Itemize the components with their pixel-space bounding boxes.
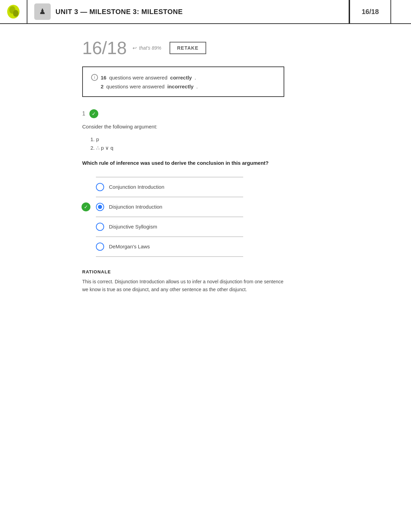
radio-disjunction[interactable] bbox=[96, 203, 104, 211]
argument-list: 1. p 2. ∴ p ∨ q bbox=[90, 136, 356, 151]
radio-conjunction[interactable] bbox=[96, 183, 104, 191]
svg-point-2 bbox=[13, 10, 18, 17]
option-label-disjunction: Disjunction Introduction bbox=[109, 204, 162, 210]
correct-word: correctly bbox=[170, 75, 192, 81]
header-right-bar bbox=[390, 0, 411, 24]
answer-options: Conjunction Introduction ✓ Disjunction I… bbox=[96, 177, 243, 257]
answer-option-3[interactable]: Disjunctive Syllogism bbox=[96, 217, 243, 237]
score-display: 16/18 bbox=[82, 38, 127, 58]
option-label-conjunction: Conjunction Introduction bbox=[109, 184, 164, 190]
unit-section: ♟ UNIT 3 — MILESTONE 3: Milestone bbox=[27, 0, 349, 24]
incorrect-count: 2 bbox=[101, 84, 103, 89]
summary-correct-row: i 16 questions were answered correctly. bbox=[91, 74, 275, 81]
page-header: ♟ UNIT 3 — MILESTONE 3: Milestone 16/18 bbox=[0, 0, 411, 24]
summary-box: i 16 questions were answered correctly. … bbox=[82, 66, 284, 97]
rationale-title: RATIONALE bbox=[82, 269, 288, 274]
radio-demorgan[interactable] bbox=[96, 243, 104, 251]
header-title: UNIT 3 — MILESTONE 3: Milestone bbox=[55, 8, 183, 16]
radio-inner-disjunction bbox=[98, 205, 102, 209]
radio-syllogism[interactable] bbox=[96, 223, 104, 231]
option-correct-badge: ✓ bbox=[82, 202, 90, 211]
correct-count: 16 bbox=[101, 75, 107, 81]
question-number-row: 1 ✓ bbox=[82, 109, 356, 118]
score-annotation: ↩ that's 89% bbox=[132, 45, 161, 51]
retake-button[interactable]: RETAKE bbox=[170, 42, 206, 54]
correct-label: questions were answered bbox=[109, 75, 167, 81]
logo-section bbox=[0, 0, 27, 24]
incorrect-label: questions were answered bbox=[106, 84, 164, 89]
summary-incorrect-row: 2 questions were answered incorrectly. bbox=[91, 84, 275, 89]
unit-icon: ♟ bbox=[34, 3, 51, 20]
option-label-syllogism: Disjunctive Syllogism bbox=[109, 224, 157, 230]
question-prompt: Consider the following argument: bbox=[82, 124, 356, 129]
incorrect-word: incorrectly bbox=[167, 84, 194, 89]
score-area: 16/18 ↩ that's 89% RETAKE bbox=[82, 38, 356, 58]
answer-option-4[interactable]: DeMorgan's Laws bbox=[96, 237, 243, 257]
app-logo bbox=[6, 4, 21, 19]
question-number: 1 bbox=[82, 111, 85, 117]
question-ask: Which rule of inference was used to deri… bbox=[82, 159, 288, 167]
answer-option-1[interactable]: Conjunction Introduction bbox=[96, 177, 243, 197]
argument-item-1: 1. p bbox=[90, 136, 356, 142]
answer-option-2[interactable]: ✓ Disjunction Introduction bbox=[96, 197, 243, 217]
info-icon: i bbox=[91, 74, 98, 81]
rationale-section: RATIONALE This is correct. Disjunction I… bbox=[82, 269, 288, 294]
option-label-demorgan: DeMorgan's Laws bbox=[109, 244, 150, 249]
arrow-icon: ↩ bbox=[132, 45, 136, 51]
main-content: 16/18 ↩ that's 89% RETAKE i 16 questions… bbox=[41, 24, 370, 314]
header-score: 16/18 bbox=[362, 8, 379, 16]
rationale-text: This is correct. Disjunction Introductio… bbox=[82, 278, 288, 294]
header-score-section: 16/18 bbox=[349, 0, 390, 24]
question-correct-badge: ✓ bbox=[89, 109, 98, 118]
argument-item-2: 2. ∴ p ∨ q bbox=[90, 145, 356, 151]
